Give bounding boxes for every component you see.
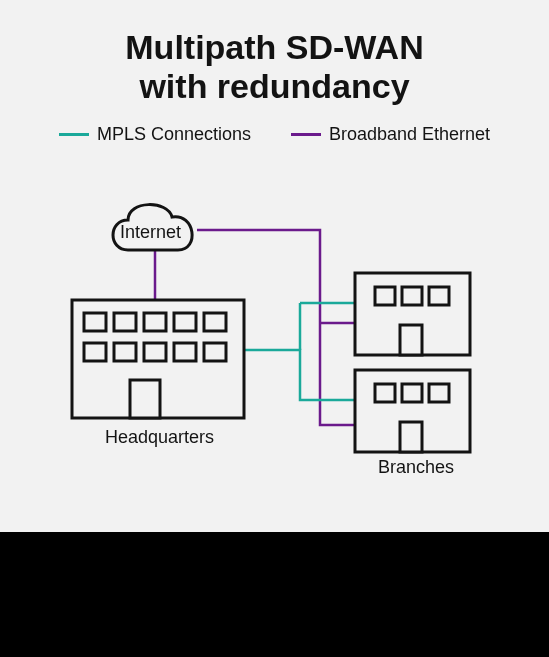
diagram-title: Multipath SD-WAN with redundancy — [0, 28, 549, 106]
svg-rect-11 — [130, 380, 160, 418]
svg-rect-2 — [114, 313, 136, 331]
internet-label: Internet — [120, 222, 181, 243]
headquarters-icon — [72, 300, 244, 418]
svg-rect-20 — [429, 384, 449, 402]
svg-rect-13 — [375, 287, 395, 305]
legend: MPLS Connections Broadband Ethernet — [0, 124, 549, 145]
legend-item-mpls: MPLS Connections — [59, 124, 251, 145]
page: Multipath SD-WAN with redundancy MPLS Co… — [0, 0, 549, 657]
svg-rect-16 — [400, 325, 422, 355]
mpls-swatch — [59, 133, 89, 136]
diagram-svg — [0, 175, 549, 515]
branches-label: Branches — [378, 457, 454, 478]
headquarters-label: Headquarters — [105, 427, 214, 448]
svg-rect-8 — [144, 343, 166, 361]
title-line-1: Multipath SD-WAN — [125, 28, 423, 66]
legend-broadband-label: Broadband Ethernet — [329, 124, 490, 145]
footer-blackbar — [0, 532, 549, 657]
svg-rect-6 — [84, 343, 106, 361]
svg-rect-19 — [402, 384, 422, 402]
svg-rect-5 — [204, 313, 226, 331]
legend-item-broadband: Broadband Ethernet — [291, 124, 490, 145]
svg-rect-15 — [429, 287, 449, 305]
svg-rect-10 — [204, 343, 226, 361]
svg-rect-9 — [174, 343, 196, 361]
broadband-swatch — [291, 133, 321, 136]
svg-rect-21 — [400, 422, 422, 452]
svg-rect-3 — [144, 313, 166, 331]
svg-rect-1 — [84, 313, 106, 331]
network-diagram: Internet Headquarters Branches — [0, 175, 549, 515]
branch2-icon — [355, 370, 470, 452]
svg-rect-7 — [114, 343, 136, 361]
svg-rect-4 — [174, 313, 196, 331]
svg-rect-18 — [375, 384, 395, 402]
mpls-links — [245, 303, 355, 400]
svg-rect-14 — [402, 287, 422, 305]
branch1-icon — [355, 273, 470, 355]
legend-mpls-label: MPLS Connections — [97, 124, 251, 145]
title-line-2: with redundancy — [139, 67, 409, 105]
